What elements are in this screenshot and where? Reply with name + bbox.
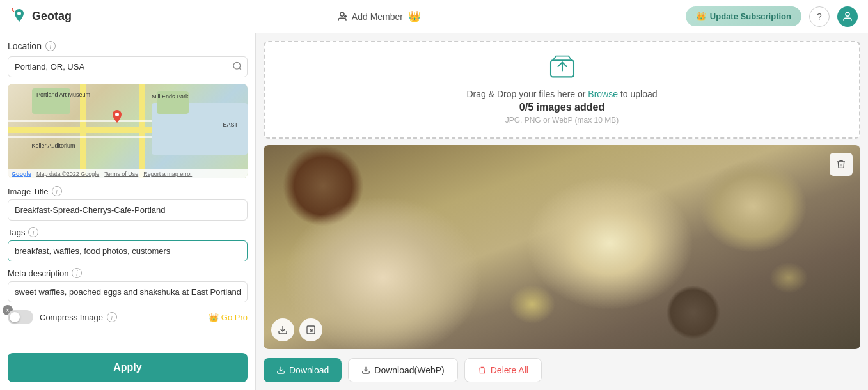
export-icon: [306, 325, 316, 335]
nav-center: Add Member 👑: [336, 10, 421, 22]
map-label-museum: Portland Art Museum: [36, 91, 90, 98]
search-icon: [232, 61, 242, 71]
title-info-icon[interactable]: i: [52, 186, 62, 196]
download-webp-icon: [361, 366, 370, 375]
user-icon: [842, 11, 853, 22]
location-info-icon[interactable]: i: [45, 41, 56, 51]
crown-icon-sub: 👑: [696, 12, 706, 21]
export-image-button[interactable]: [299, 318, 322, 341]
go-pro-button[interactable]: 👑 Go Pro: [209, 313, 248, 322]
main-content: Location i Portland A: [0, 33, 868, 390]
logo-icon: [10, 8, 28, 26]
tags-info-icon[interactable]: i: [28, 227, 38, 237]
map-road-v1: [80, 84, 86, 178]
delete-image-button[interactable]: [830, 153, 853, 176]
download-image-button[interactable]: [271, 318, 294, 341]
image-preview: [264, 145, 860, 349]
svg-point-1: [340, 12, 344, 16]
trash-icon: [836, 159, 846, 169]
upload-text: Drag & Drop your files here or Browse to…: [466, 89, 657, 99]
download-icon-btn: [276, 366, 285, 375]
download-icon: [278, 325, 288, 335]
map-container: Portland Art Museum Mill Ends Park Kelle…: [8, 84, 248, 178]
svg-point-0: [17, 12, 21, 15]
crown-icon: 👑: [408, 10, 421, 22]
upload-count: 0/5 images added: [519, 102, 604, 113]
delete-all-icon: [478, 366, 487, 375]
svg-point-5: [233, 62, 241, 69]
image-title-label: Image Title i: [8, 186, 248, 196]
image-action-buttons: [271, 318, 322, 341]
location-search-button[interactable]: [232, 61, 242, 73]
top-navbar: Geotag Add Member 👑 👑 Update Subscriptio…: [0, 0, 868, 33]
compress-row: × Compress Image i 👑 Go Pro: [8, 310, 248, 324]
map-credit: Map data ©2022 Google: [36, 171, 99, 177]
meta-input[interactable]: [8, 281, 248, 302]
upload-icon: [549, 55, 575, 84]
map-label-east: EAST: [223, 121, 238, 128]
upload-hint: JPG, PNG or WebP (max 10 MB): [505, 116, 619, 125]
map-marker: [111, 110, 123, 128]
update-subscription-button[interactable]: 👑 Update Subscription: [686, 6, 801, 26]
location-section: Location i: [8, 41, 248, 51]
svg-point-7: [115, 113, 119, 116]
google-logo: Google: [12, 171, 31, 177]
left-panel: Location i Portland A: [0, 33, 256, 390]
tags-label: Tags i: [8, 227, 248, 237]
map-background: Portland Art Museum Mill Ends Park Kelle…: [8, 84, 248, 178]
meta-info-icon[interactable]: i: [72, 268, 82, 278]
image-title-input[interactable]: [8, 199, 248, 221]
bottom-actions: Download Download(WebP) Delete All: [264, 355, 860, 382]
upload-zone[interactable]: Drag & Drop your files here or Browse to…: [264, 41, 860, 139]
toggle-thumb: [10, 312, 20, 322]
help-button[interactable]: ?: [809, 6, 830, 27]
delete-all-button[interactable]: Delete All: [464, 358, 542, 382]
svg-line-6: [239, 68, 241, 70]
person-add-icon: [336, 11, 348, 22]
food-image: [264, 145, 860, 349]
browse-link[interactable]: Browse: [588, 89, 618, 99]
map-terms-link[interactable]: Terms of Use: [104, 171, 138, 177]
meta-label: Meta description i: [8, 268, 248, 278]
apply-button[interactable]: Apply: [8, 353, 248, 382]
map-label-auditorium: Keller Auditorium: [32, 143, 75, 149]
svg-point-4: [846, 12, 849, 16]
location-input-wrap: [8, 56, 248, 77]
add-member-button[interactable]: Add Member: [336, 11, 403, 22]
map-report-link[interactable]: Report a map error: [143, 171, 192, 177]
nav-right: 👑 Update Subscription ?: [686, 6, 858, 27]
compress-info-icon[interactable]: i: [107, 312, 117, 322]
map-label-park: Mill Ends Park: [152, 93, 189, 100]
compress-toggle[interactable]: [8, 310, 33, 324]
compress-label: Compress Image i: [40, 312, 117, 322]
download-button[interactable]: Download: [264, 358, 342, 382]
map-footer: Google Map data ©2022 Google Terms of Us…: [8, 169, 248, 178]
location-input[interactable]: [8, 56, 248, 77]
profile-button[interactable]: [837, 6, 858, 27]
map-road-v2: [139, 84, 145, 178]
crown-icon-pro: 👑: [209, 313, 219, 322]
download-webp-button[interactable]: Download(WebP): [348, 358, 457, 382]
right-panel: Drag & Drop your files here or Browse to…: [256, 33, 868, 390]
toggle-container: ×: [8, 310, 33, 324]
tags-input[interactable]: [8, 240, 248, 261]
app-logo: Geotag: [10, 8, 72, 26]
